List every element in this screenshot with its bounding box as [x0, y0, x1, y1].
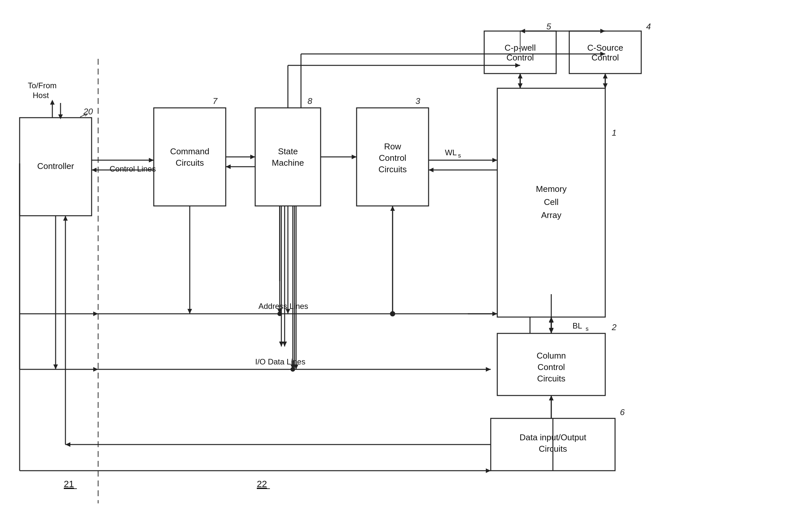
svg-marker-99	[549, 328, 554, 333]
svg-marker-101	[518, 74, 522, 78]
io-data-lines-label: I/O Data Lines	[255, 357, 305, 366]
svg-marker-98	[549, 318, 554, 323]
svg-marker-104	[603, 74, 607, 78]
bls-label: BL	[573, 321, 582, 330]
row-control-label2: Control	[379, 153, 406, 163]
address-lines-label: Address Lines	[258, 302, 308, 310]
column-control-label3: Circuits	[537, 374, 566, 383]
svg-marker-12	[226, 164, 231, 169]
architecture-diagram: Controller Command Circuits State Machin…	[0, 0, 812, 522]
svg-marker-57	[429, 168, 433, 172]
svg-marker-2	[50, 100, 55, 105]
svg-marker-30	[486, 367, 491, 372]
wls-subscript: s	[458, 152, 461, 159]
svg-marker-102	[518, 83, 522, 88]
ref-1: 1	[612, 128, 616, 138]
svg-marker-16	[352, 155, 356, 159]
controller-label: Controller	[37, 161, 74, 171]
column-control-label: Column	[537, 351, 566, 361]
svg-marker-6	[149, 158, 154, 162]
svg-marker-64	[600, 29, 605, 33]
state-machine-label2: Machine	[272, 158, 304, 168]
wls-label: WL	[445, 148, 457, 157]
csource-label: C-Source	[587, 43, 623, 53]
svg-marker-10	[250, 155, 255, 159]
ref-7: 7	[213, 96, 218, 106]
svg-marker-32	[53, 364, 58, 369]
diagram-container: Controller Command Circuits State Machin…	[0, 0, 812, 522]
svg-marker-83	[65, 442, 70, 447]
svg-marker-8	[92, 168, 97, 172]
ref-4: 4	[646, 22, 651, 32]
svg-marker-36	[93, 367, 98, 372]
svg-marker-41	[486, 468, 491, 473]
command-label2: Circuits	[176, 158, 204, 168]
ref-22-label: 22	[257, 479, 267, 489]
host-label: Host	[33, 91, 49, 100]
ref-8: 8	[308, 96, 312, 106]
svg-point-89	[277, 312, 282, 316]
ref-5: 5	[546, 22, 551, 32]
ref-2: 2	[612, 322, 617, 332]
column-control-label2: Control	[538, 362, 565, 372]
state-machine-label: State	[278, 146, 298, 156]
row-control-label: Row	[384, 142, 401, 151]
svg-marker-105	[603, 83, 607, 88]
svg-marker-73	[515, 63, 520, 68]
svg-marker-63	[520, 29, 525, 33]
ref-6: 6	[620, 407, 625, 417]
memory-array-label2: Cell	[544, 197, 559, 207]
control-lines-label: Control Lines	[110, 164, 156, 173]
bls-subscript: s	[586, 325, 588, 332]
command-label: Command	[170, 146, 209, 156]
memory-array-label: Memory	[536, 184, 567, 194]
ref-3: 3	[415, 96, 420, 106]
state-machine-box	[255, 108, 321, 206]
svg-marker-85	[63, 216, 68, 221]
memory-array-label3: Array	[541, 210, 561, 220]
svg-marker-14	[188, 309, 192, 314]
svg-marker-96	[549, 396, 554, 400]
svg-point-92	[291, 367, 295, 372]
ref-21-label: 21	[64, 479, 74, 489]
svg-marker-55	[492, 158, 497, 162]
row-control-label3: Circuits	[379, 164, 407, 174]
svg-marker-38	[93, 312, 98, 316]
svg-marker-4	[58, 115, 63, 119]
svg-marker-94	[282, 342, 287, 346]
to-from-host-label: To/From	[28, 81, 57, 90]
command-box	[154, 108, 226, 206]
